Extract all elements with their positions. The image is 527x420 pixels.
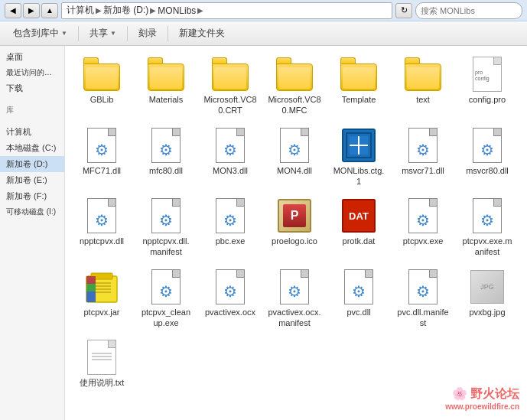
manifest-icon: ⚙ bbox=[469, 197, 506, 234]
burn-label: 刻录 bbox=[138, 27, 157, 40]
forward-button[interactable]: ▶ bbox=[23, 3, 40, 18]
file-label: Microsoft.VC80.CRT bbox=[203, 94, 257, 116]
file-item-ptcpvx-cleanup[interactable]: ⚙ ptcpvx_cleanup.exe bbox=[135, 265, 197, 333]
folder-icon bbox=[148, 56, 184, 93]
breadcrumb-item[interactable]: 新加卷 (D:) bbox=[103, 4, 148, 17]
file-item-ptcpvx-manifest[interactable]: ⚙ ptcpvx.exe.manifest bbox=[457, 194, 518, 262]
file-item-vc80mfc[interactable]: Microsoft.VC80.MFC bbox=[264, 52, 325, 120]
file-item-pbc[interactable]: ⚙ pbc.exe bbox=[200, 194, 261, 262]
file-item-mon3[interactable]: ⚙ MON3.dll bbox=[200, 123, 261, 191]
sidebar-item-computer[interactable]: 计算机 bbox=[0, 124, 64, 140]
txt-icon bbox=[83, 339, 120, 376]
sidebar-item-drive-c[interactable]: 本地磁盘 (C:) bbox=[0, 140, 64, 156]
jpg-icon: JPG bbox=[469, 269, 506, 305]
exe-icon: ⚙ bbox=[405, 197, 441, 234]
file-label: pvxbg.jpg bbox=[469, 307, 505, 317]
file-item-materials[interactable]: Materials bbox=[135, 52, 197, 120]
file-label: pvactivex.ocx.manifest bbox=[268, 307, 321, 329]
file-item-pvactivex-manifest[interactable]: ⚙ pvactivex.ocx.manifest bbox=[264, 265, 325, 333]
file-item-ptcpvx-jar[interactable]: ptcpvx.jar bbox=[71, 265, 132, 333]
refresh-button[interactable]: ↻ bbox=[395, 3, 412, 18]
dll-icon: ⚙ bbox=[83, 127, 120, 164]
include-library-button[interactable]: 包含到库中 ▼ bbox=[6, 24, 74, 44]
search-box: 🔍 bbox=[415, 2, 522, 19]
svg-rect-13 bbox=[86, 291, 96, 302]
jar-icon bbox=[83, 269, 120, 305]
dll-icon: ⚙ bbox=[83, 197, 120, 234]
watermark-line1: 🌸 野火论坛 bbox=[445, 386, 519, 402]
file-item-pvxbg-jpg[interactable]: JPG pvxbg.jpg bbox=[457, 265, 518, 333]
manifest-icon: ⚙ bbox=[148, 197, 184, 234]
breadcrumb[interactable]: 计算机 ▶ 新加卷 (D:) ▶ MONLibs ▶ bbox=[61, 2, 392, 19]
file-item-mon4[interactable]: ⚙ MON4.dll bbox=[264, 123, 325, 191]
file-item-template[interactable]: Template bbox=[328, 52, 389, 120]
sidebar-item-download[interactable]: 下载 bbox=[0, 80, 64, 96]
file-area: GBLib Materials Microsoft.VC80.CRT Micro… bbox=[65, 46, 527, 420]
dat-icon: DAT bbox=[340, 197, 377, 234]
file-item-pvc-dll[interactable]: ⚙ pvc.dll bbox=[328, 265, 389, 333]
sidebar-item-desktop[interactable]: 桌面 bbox=[0, 49, 64, 65]
sidebar-item-drive-i[interactable]: 可移动磁盘 (I:) bbox=[0, 204, 64, 220]
svg-rect-12 bbox=[86, 284, 96, 291]
manifest-icon: ⚙ bbox=[276, 269, 313, 305]
breadcrumb-sep: ▶ bbox=[197, 6, 203, 15]
file-label: proelogo.ico bbox=[272, 236, 317, 246]
doc-icon: proconfig bbox=[469, 56, 506, 93]
breadcrumb-sep: ▶ bbox=[150, 6, 156, 15]
file-label: MFC71.dll bbox=[83, 165, 121, 176]
file-item-pvc-manifest[interactable]: ⚙ pvc.dll.manifest bbox=[392, 265, 454, 333]
dropdown-arrow-icon: ▼ bbox=[61, 30, 67, 37]
file-item-readme-txt[interactable]: 使用说明.txt bbox=[71, 335, 132, 392]
watermark: 🌸 野火论坛 www.proewildfire.cn bbox=[445, 386, 519, 411]
file-item-config[interactable]: proconfig config.pro bbox=[457, 52, 518, 120]
sidebar-item-drive-f[interactable]: 新加卷 (F:) bbox=[0, 188, 64, 204]
file-label: msvcr80.dll bbox=[466, 165, 509, 176]
back-button[interactable]: ◀ bbox=[5, 3, 21, 18]
toolbar: 包含到库中 ▼ 共享 ▼ 刻录 新建文件夹 bbox=[0, 21, 527, 46]
file-item-gblib[interactable]: GBLib bbox=[71, 52, 132, 120]
new-folder-label: 新建文件夹 bbox=[179, 27, 225, 40]
sidebar-item-library[interactable]: 库 bbox=[0, 103, 64, 118]
file-label: pvc.dll bbox=[346, 307, 370, 317]
folder-icon bbox=[405, 56, 441, 93]
sidebar-item-drive-d[interactable]: 新加卷 (D:) bbox=[0, 156, 64, 172]
new-folder-button[interactable]: 新建文件夹 bbox=[172, 24, 232, 44]
dll-icon: ⚙ bbox=[276, 127, 313, 164]
file-item-pvactivex-ocx[interactable]: ⚙ pvactivex.ocx bbox=[200, 265, 261, 333]
file-label: npptcpvx.dll.manifest bbox=[139, 236, 193, 258]
dll-icon: ⚙ bbox=[405, 127, 441, 164]
file-item-ptcpvx-exe[interactable]: ⚙ ptcpvx.exe bbox=[392, 194, 454, 262]
burn-button[interactable]: 刻录 bbox=[132, 24, 164, 44]
file-item-msvcr71[interactable]: ⚙ msvcr71.dll bbox=[392, 123, 454, 191]
breadcrumb-item[interactable]: MONLibs bbox=[158, 5, 196, 16]
file-label: Materials bbox=[149, 94, 184, 105]
file-item-text[interactable]: text bbox=[392, 52, 454, 120]
file-item-vc80crt[interactable]: Microsoft.VC80.CRT bbox=[200, 52, 261, 120]
breadcrumb-item[interactable]: 计算机 bbox=[67, 4, 94, 17]
sidebar-item-drive-e[interactable]: 新加卷 (E:) bbox=[0, 172, 64, 188]
watermark-line2: www.proewildfire.cn bbox=[445, 402, 519, 411]
file-label: ptcpvx.exe.manifest bbox=[460, 236, 514, 258]
file-item-proelogo[interactable]: P proelogo.ico bbox=[264, 194, 325, 262]
file-item-npptcpvx-manifest[interactable]: ⚙ npptcpvx.dll.manifest bbox=[135, 194, 197, 262]
file-item-protk[interactable]: DAT protk.dat bbox=[328, 194, 389, 262]
folder-icon bbox=[340, 56, 377, 93]
up-button[interactable]: ▲ bbox=[41, 3, 58, 18]
file-item-mfc71[interactable]: ⚙ MFC71.dll bbox=[71, 123, 132, 191]
file-label: config.pro bbox=[469, 94, 506, 105]
search-input[interactable] bbox=[421, 6, 526, 15]
file-label: Microsoft.VC80.MFC bbox=[268, 94, 321, 116]
file-label: ptcpvx_cleanup.exe bbox=[139, 307, 193, 329]
file-item-msvcr80[interactable]: ⚙ msvcr80.dll bbox=[457, 123, 518, 191]
file-label: protk.dat bbox=[343, 236, 376, 246]
file-label: MON3.dll bbox=[213, 165, 248, 176]
file-item-npptcpvx-dll[interactable]: ⚙ npptcpvx.dll bbox=[71, 194, 132, 262]
dll-icon: ⚙ bbox=[148, 127, 184, 164]
include-library-label: 包含到库中 bbox=[13, 27, 59, 40]
file-item-mfc80[interactable]: ⚙ mfc80.dll bbox=[135, 123, 197, 191]
folder-icon bbox=[276, 56, 313, 93]
sidebar-item-recent[interactable]: 最近访问的位置 bbox=[0, 65, 64, 80]
file-item-monlibs-ctg[interactable]: MONLibs.ctg.1 bbox=[328, 123, 389, 191]
share-button[interactable]: 共享 ▼ bbox=[83, 24, 123, 44]
dropdown-arrow-icon: ▼ bbox=[110, 30, 116, 37]
